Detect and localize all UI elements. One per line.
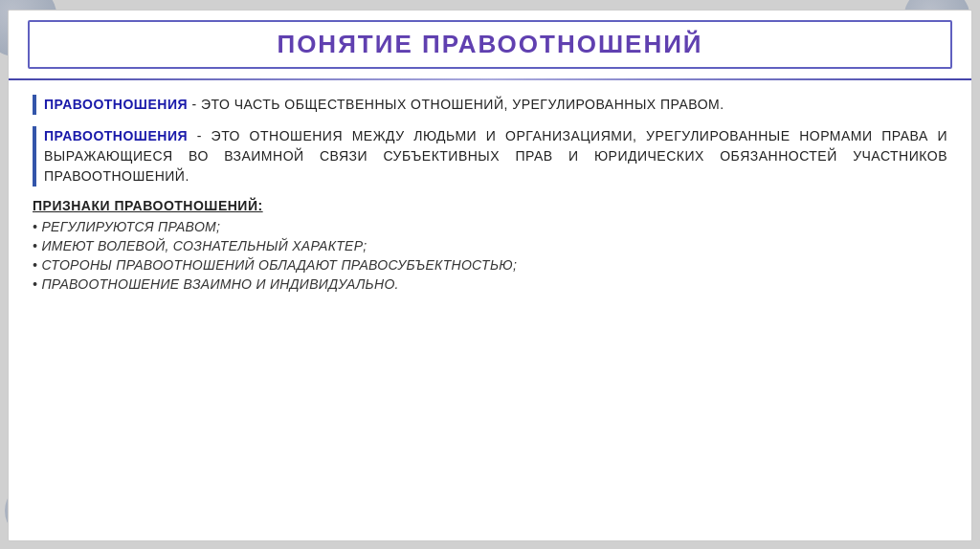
sign-item-4: • ПРАВООТНОШЕНИЕ ВЗАИМНО И ИНДИВИДУАЛЬНО… bbox=[33, 276, 947, 292]
sign-item-2: • ИМЕЮТ ВОЛЕВОЙ, СОЗНАТЕЛЬНЫЙ ХАРАКТЕР; bbox=[33, 238, 947, 253]
sign-item-1: • РЕГУЛИРУЮТСЯ ПРАВОМ; bbox=[33, 219, 947, 234]
keyword-1: ПРАВООТНОШЕНИЯ bbox=[44, 97, 188, 112]
content-section: ПРАВООТНОШЕНИЯ - ЭТО ЧАСТЬ ОБЩЕСТВЕННЫХ … bbox=[9, 85, 971, 540]
definition-block-2: ПРАВООТНОШЕНИЯ - ЭТО ОТНОШЕНИЯ МЕЖДУ ЛЮД… bbox=[33, 126, 947, 187]
keyword-2: ПРАВООТНОШЕНИЯ bbox=[44, 128, 188, 143]
sign-item-3: • СТОРОНЫ ПРАВООТНОШЕНИЙ ОБЛАДАЮТ ПРАВОС… bbox=[33, 257, 947, 273]
definition-text-1: - ЭТО ЧАСТЬ ОБЩЕСТВЕННЫХ ОТНОШЕНИЙ, УРЕГ… bbox=[188, 97, 724, 112]
title-section: ПОНЯТИЕ ПРАВООТНОШЕНИЙ bbox=[28, 20, 952, 69]
signs-section: ПРИЗНАКИ ПРАВООТНОШЕНИЙ: • РЕГУЛИРУЮТСЯ … bbox=[33, 198, 947, 292]
signs-title: ПРИЗНАКИ ПРАВООТНОШЕНИЙ: bbox=[33, 198, 947, 213]
divider bbox=[9, 78, 971, 80]
page-title: ПОНЯТИЕ ПРАВООТНОШЕНИЙ bbox=[277, 30, 702, 58]
definition-block-1: ПРАВООТНОШЕНИЯ - ЭТО ЧАСТЬ ОБЩЕСТВЕННЫХ … bbox=[33, 95, 947, 115]
main-container: ПОНЯТИЕ ПРАВООТНОШЕНИЙ ПРАВООТНОШЕНИЯ - … bbox=[8, 10, 972, 541]
